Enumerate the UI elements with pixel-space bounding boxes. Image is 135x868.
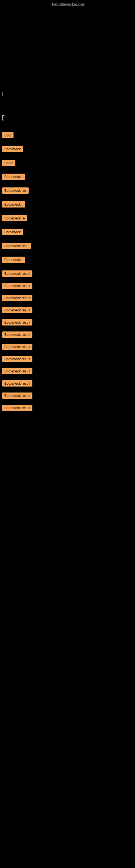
result-row-13: Bottleneck result xyxy=(0,293,135,304)
result-row-5: Bottleneck res xyxy=(0,186,135,196)
bottleneck-result-badge-11[interactable]: Bottleneck result xyxy=(2,271,32,277)
bottleneck-result-badge-20[interactable]: Bottleneck result xyxy=(2,380,32,386)
bottleneck-result-badge-13[interactable]: Bottleneck result xyxy=(2,295,32,301)
bracket-indicator: [ xyxy=(0,113,135,122)
chart-area xyxy=(0,9,135,90)
gap2 xyxy=(0,122,135,127)
results-container: BottlBottleneckBottleBottleneck rBottlen… xyxy=(0,130,135,414)
result-row-22: Bottleneck result xyxy=(0,403,135,414)
result-row-10: Bottleneck r xyxy=(0,255,135,266)
result-row-20: Bottleneck result xyxy=(0,379,135,389)
bottleneck-result-badge-4[interactable]: Bottleneck r xyxy=(2,174,25,180)
bottleneck-result-badge-3[interactable]: Bottle xyxy=(2,160,15,166)
result-row-9: Bottleneck resu xyxy=(0,241,135,252)
bottleneck-result-badge-15[interactable]: Bottleneck result xyxy=(2,319,32,326)
result-row-7: Bottleneck re xyxy=(0,214,135,224)
bottleneck-result-badge-19[interactable]: Bottleneck result xyxy=(2,368,32,374)
bottleneck-result-badge-17[interactable]: Bottleneck result xyxy=(2,344,32,350)
site-title: TheBottlenecker.com xyxy=(0,0,135,9)
result-row-8: Bottleneck xyxy=(0,227,135,238)
bottleneck-result-badge-14[interactable]: Bottleneck result xyxy=(2,307,32,313)
bottom-spacer xyxy=(0,415,135,442)
bottleneck-result-badge-22[interactable]: Bottleneck result xyxy=(2,405,32,411)
bottleneck-result-badge-1[interactable]: Bottl xyxy=(2,132,13,138)
gap1 xyxy=(0,97,135,113)
bottleneck-result-badge-18[interactable]: Bottleneck result xyxy=(2,356,32,362)
bottleneck-result-badge-12[interactable]: Bottleneck result xyxy=(2,283,32,289)
result-row-6: Bottleneck r xyxy=(0,199,135,210)
result-row-14: Bottleneck result xyxy=(0,305,135,316)
result-row-4: Bottleneck r xyxy=(0,172,135,183)
bottleneck-result-badge-5[interactable]: Bottleneck res xyxy=(2,187,29,194)
cursor-indicator: | xyxy=(0,90,135,97)
bottleneck-result-badge-2[interactable]: Bottleneck xyxy=(2,146,23,152)
result-row-17: Bottleneck result xyxy=(0,342,135,352)
result-row-12: Bottleneck result xyxy=(0,281,135,291)
bottleneck-result-badge-16[interactable]: Bottleneck result xyxy=(2,332,32,338)
result-row-18: Bottleneck result xyxy=(0,354,135,365)
bottleneck-result-badge-6[interactable]: Bottleneck r xyxy=(2,201,25,208)
result-row-16: Bottleneck result xyxy=(0,330,135,340)
result-row-11: Bottleneck result xyxy=(0,269,135,279)
result-row-19: Bottleneck result xyxy=(0,367,135,377)
result-row-21: Bottleneck result xyxy=(0,391,135,401)
result-row-1: Bottl xyxy=(0,130,135,141)
bottleneck-result-badge-7[interactable]: Bottleneck re xyxy=(2,215,27,221)
bottleneck-result-badge-8[interactable]: Bottleneck xyxy=(2,229,23,235)
result-row-2: Bottleneck xyxy=(0,144,135,155)
result-row-3: Bottle xyxy=(0,158,135,169)
bottleneck-result-badge-10[interactable]: Bottleneck r xyxy=(2,257,25,263)
bottleneck-result-badge-9[interactable]: Bottleneck resu xyxy=(2,243,31,249)
bottleneck-result-badge-21[interactable]: Bottleneck result xyxy=(2,393,32,399)
result-row-15: Bottleneck result xyxy=(0,318,135,328)
